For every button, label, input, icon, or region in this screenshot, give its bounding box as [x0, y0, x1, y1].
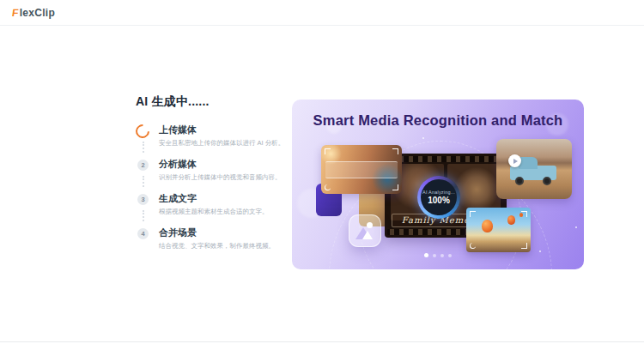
analyzing-label: AI Analyzing...	[422, 190, 455, 195]
truck-wheel	[543, 177, 551, 185]
page-title: AI 生成中......	[136, 94, 303, 110]
step-generate-text: 3 生成文字 根据视频主题和素材生成合适的文字。	[136, 193, 303, 216]
step-desc: 安全且私密地上传你的媒体以进行 AI 分析。	[159, 138, 303, 148]
content-bottom-divider	[0, 341, 644, 342]
pagination-dots	[292, 247, 584, 263]
step-number-badge: 2	[137, 160, 149, 171]
scan-corner-icon	[521, 211, 527, 217]
flexclip-logo-mark-icon: F	[11, 7, 20, 19]
image-placeholder-icon	[349, 214, 381, 247]
hot-air-balloon-illustration	[482, 220, 493, 232]
steps-list: 上传媒体 安全且私密地上传你的媒体以进行 AI 分析。 2 分析媒体 识别并分析…	[136, 124, 303, 250]
ai-progress-ring: AI Analyzing... 100%	[417, 176, 460, 219]
pagination-dot[interactable]	[433, 254, 436, 257]
step-number-badge: 3	[137, 194, 149, 205]
truck-wheel	[515, 177, 524, 185]
ai-progress-ring-inner: AI Analyzing... 100%	[421, 179, 457, 215]
top-nav: FlexClip	[0, 0, 644, 26]
scan-corner-icon	[325, 184, 331, 190]
step-analyze-media: 2 分析媒体 识别并分析上传媒体中的视觉和音频内容。	[136, 159, 303, 182]
photo-glyph-mountain	[362, 231, 373, 239]
step-title: 生成文字	[159, 193, 303, 204]
step-title: 分析媒体	[159, 159, 303, 170]
balloon-photo-thumbnail	[466, 208, 531, 252]
couple-photo-thumbnail	[321, 145, 402, 194]
flexclip-logo-text: lexClip	[20, 7, 55, 19]
loading-spinner-icon	[133, 122, 153, 142]
step-merge-scenes: 4 合并场景 结合视觉、文字和效果，制作最终视频。	[136, 227, 303, 250]
step-number-badge: 4	[137, 228, 149, 239]
face-scan-band	[325, 161, 398, 178]
step-upload-media: 上传媒体 安全且私密地上传你的媒体以进行 AI 分析。	[136, 124, 303, 148]
scan-corner-icon	[470, 211, 476, 217]
analyzing-percentage: 100%	[428, 196, 450, 205]
flexclip-logo[interactable]: FlexClip	[12, 7, 55, 19]
promo-title: Smart Media Recognition and Match	[292, 112, 584, 129]
scan-corner-icon	[392, 148, 398, 154]
sparkle-dot	[575, 226, 577, 228]
truck-illustration	[519, 157, 538, 169]
pagination-dot[interactable]	[440, 254, 444, 257]
scan-corner-icon	[325, 148, 331, 154]
play-icon	[508, 154, 521, 167]
truck-video-thumbnail	[496, 139, 572, 199]
pagination-dot[interactable]	[424, 253, 428, 257]
step-desc: 结合视觉、文字和效果，制作最终视频。	[159, 241, 303, 250]
scan-corner-icon	[392, 184, 398, 190]
step-desc: 根据视频主题和素材生成合适的文字。	[159, 207, 303, 216]
film-perforations	[387, 156, 504, 162]
step-desc: 识别并分析上传媒体中的视觉和音频内容。	[159, 172, 303, 182]
play-triangle-icon	[513, 159, 518, 164]
ai-generation-progress-panel: AI 生成中...... 上传媒体 安全且私密地上传你的媒体以进行 AI 分析。…	[136, 94, 303, 262]
pagination-dot[interactable]	[448, 254, 452, 257]
promo-carousel-card: Smart Media Recognition and Match AI Ana…	[292, 100, 584, 269]
step-title: 合并场景	[159, 227, 303, 238]
step-title: 上传媒体	[159, 124, 303, 136]
hot-air-balloon-illustration	[507, 215, 515, 225]
sparkle-dot	[422, 137, 424, 139]
